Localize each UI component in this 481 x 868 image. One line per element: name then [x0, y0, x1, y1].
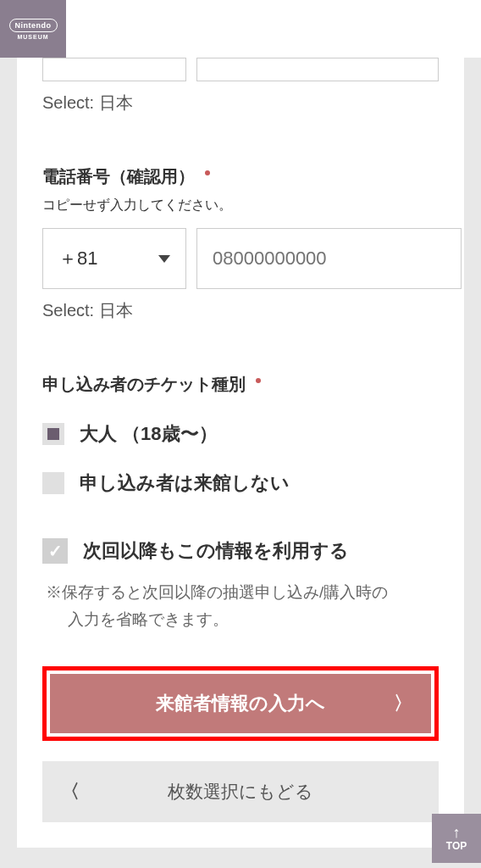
note-line2: 入力を省略できます。 — [46, 606, 439, 633]
logo-nintendo-text: Nintendo — [9, 19, 58, 32]
scroll-top-button[interactable]: ↑ TOP — [432, 814, 481, 863]
phone-input-prev[interactable] — [196, 58, 439, 81]
nintendo-museum-logo[interactable]: Nintendo MUSEUM — [0, 0, 66, 58]
radio-label: 大人 （18歳〜） — [80, 421, 218, 447]
ticket-type-title-text: 申し込み者のチケット種別 — [42, 375, 246, 393]
phone-confirm-title-text: 電話番号（確認用） — [42, 167, 195, 186]
form-content: Select: 日本 電話番号（確認用） コピーせず入力してください。 ＋81 … — [17, 58, 464, 848]
phone-confirm-title: 電話番号（確認用） — [42, 165, 439, 188]
phone-confirm-input[interactable] — [196, 228, 462, 289]
save-info-checkbox[interactable]: ✓ 次回以降もこの情報を利用する — [42, 538, 439, 564]
save-info-note: ※保存すると次回以降の抽選申し込み/購入時の 入力を省略できます。 — [42, 579, 439, 634]
ticket-type-option-adult[interactable]: 大人 （18歳〜） — [42, 421, 439, 447]
logo-museum-text: MUSEUM — [17, 34, 48, 40]
checkbox-icon: ✓ — [42, 538, 68, 564]
ticket-type-option-not-visiting[interactable]: 申し込み者は来館しない — [42, 470, 439, 496]
required-indicator-icon — [205, 170, 210, 175]
next-button[interactable]: 来館者情報の入力へ 〉 — [50, 674, 431, 733]
top-button-label: TOP — [446, 840, 467, 852]
ticket-type-section: 申し込み者のチケット種別 大人 （18歳〜） 申し込み者は来館しない — [42, 373, 439, 496]
header: Nintendo MUSEUM — [0, 0, 481, 58]
country-select-prev[interactable] — [42, 58, 186, 81]
check-mark-icon: ✓ — [48, 541, 63, 561]
arrow-up-icon: ↑ — [453, 825, 461, 840]
note-line1: ※保存すると次回以降の抽選申し込み/購入時の — [46, 583, 388, 601]
chevron-left-icon: 〈 — [61, 779, 80, 804]
chevron-down-icon — [158, 255, 170, 263]
radio-label: 申し込み者は来館しない — [80, 470, 290, 496]
ticket-type-radio-group: 大人 （18歳〜） 申し込み者は来館しない — [42, 421, 439, 496]
phone-confirm-row: ＋81 — [42, 228, 439, 289]
country-select-label: Select: 日本 — [42, 299, 439, 322]
country-code-select[interactable]: ＋81 — [42, 228, 186, 289]
country-select-label-prev: Select: 日本 — [42, 92, 439, 114]
phone-input-row-prev — [42, 58, 439, 81]
country-code-value: ＋81 — [58, 246, 97, 271]
back-button-label: 枚数選択にもどる — [168, 780, 313, 804]
save-info-label: 次回以降もこの情報を利用する — [83, 538, 349, 564]
ticket-type-title: 申し込み者のチケット種別 — [42, 373, 439, 396]
primary-button-highlight: 来館者情報の入力へ 〉 — [42, 666, 439, 741]
next-button-label: 来館者情報の入力へ — [156, 691, 325, 716]
radio-icon — [42, 423, 64, 445]
phone-confirm-hint: コピーせず入力してください。 — [42, 197, 439, 214]
radio-icon — [42, 472, 64, 494]
chevron-right-icon: 〉 — [394, 691, 412, 716]
phone-confirm-section: 電話番号（確認用） コピーせず入力してください。 ＋81 Select: 日本 — [42, 165, 439, 322]
required-indicator-icon — [256, 378, 261, 383]
back-button[interactable]: 〈 枚数選択にもどる — [42, 761, 439, 822]
